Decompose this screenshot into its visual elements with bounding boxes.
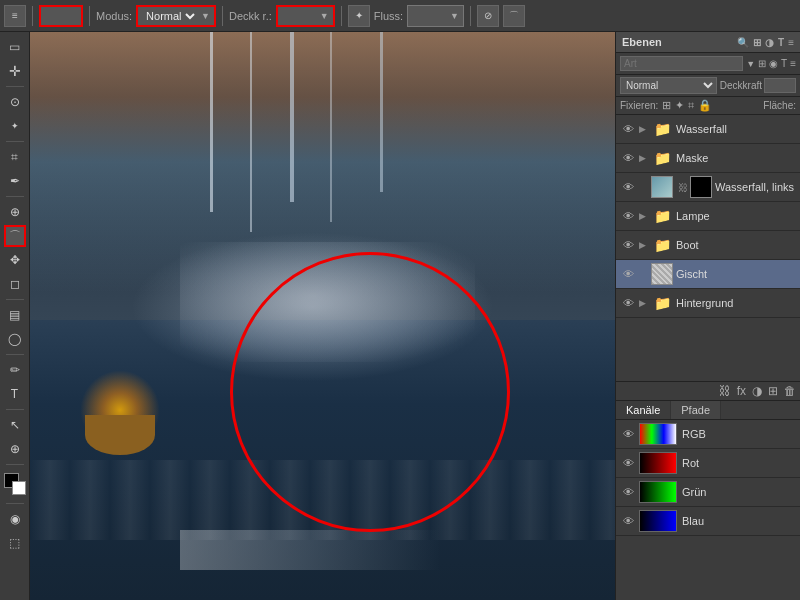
layers-opacity-input[interactable]: 100 % [764, 78, 796, 93]
canvas-area[interactable] [30, 32, 615, 600]
layer-item-wasserfall-links[interactable]: 👁 ⛓ Wasserfall, links [616, 173, 800, 202]
channel-blau[interactable]: 👁 Blau [616, 507, 800, 536]
brush-size-input[interactable]: 2163 [45, 10, 77, 22]
tool-eyedropper[interactable]: ✒ [4, 170, 26, 192]
tool-selection[interactable]: ▭ [4, 36, 26, 58]
channel-list: 👁 RGB 👁 Rot 👁 Grün 👁 [616, 420, 800, 600]
layer-vis-boot[interactable]: 👁 [620, 237, 636, 253]
layer-vis-hintergrund[interactable]: 👁 [620, 295, 636, 311]
expand-wasserfall[interactable]: ▶ [639, 124, 651, 134]
layer-item-wasserfall[interactable]: 👁 ▶ 📁 Wasserfall [616, 115, 800, 144]
layer-vis-wasserfall[interactable]: 👁 [620, 121, 636, 137]
tool-dodge[interactable]: ◯ [4, 328, 26, 350]
tool-quick-mask[interactable]: ◉ [4, 508, 26, 530]
layer-item-hintergrund[interactable]: 👁 ▶ 📁 Hintergrund [616, 289, 800, 318]
opacity-input[interactable]: 100% [282, 10, 318, 22]
lock-pixel-icon[interactable]: ⊞ [662, 99, 671, 112]
eye-icon-wasserfall: 👁 [623, 123, 634, 135]
tablet-pressure-icon[interactable]: ⊘ [477, 5, 499, 27]
expand-wl[interactable] [639, 182, 651, 192]
waterfall-streak-3 [290, 32, 294, 202]
tool-path-select[interactable]: ↖ [4, 414, 26, 436]
flow-input[interactable]: 100% [412, 10, 448, 22]
panel-icon-text[interactable]: T [778, 37, 784, 48]
layers-panel-title: Ebenen [622, 36, 662, 48]
tool-crop[interactable]: ⌗ [4, 146, 26, 168]
fx-icon[interactable]: fx [737, 384, 746, 398]
channel-thumb-rot [639, 452, 677, 474]
channel-name-rgb: RGB [682, 428, 706, 440]
expand-lampe[interactable]: ▶ [639, 211, 651, 221]
expand-maske[interactable]: ▶ [639, 153, 651, 163]
channel-gruen[interactable]: 👁 Grün [616, 478, 800, 507]
layers-search-input[interactable] [620, 56, 743, 71]
eye-icon-gruen: 👁 [623, 486, 634, 498]
eye-icon-gischt: 👁 [623, 268, 634, 280]
tool-spot-heal[interactable]: ⊕ [4, 201, 26, 223]
new-fill-icon[interactable]: ◑ [752, 384, 762, 398]
opacity-arrow[interactable]: ▼ [320, 11, 329, 21]
panel-icon-shape[interactable]: ≡ [788, 37, 794, 48]
airbrush-icon[interactable]: ✦ [348, 5, 370, 27]
tool-gradient[interactable]: ▤ [4, 304, 26, 326]
tool-move[interactable]: ✛ [4, 60, 26, 82]
layer-vis-gischt[interactable]: 👁 [620, 266, 636, 282]
tool-eraser[interactable]: ◻ [4, 273, 26, 295]
layer-name-lampe: Lampe [676, 210, 796, 222]
tool-brush[interactable]: ⌒ [4, 225, 26, 247]
panel-icon-new[interactable]: ⊞ [753, 37, 761, 48]
color-swatches[interactable] [4, 473, 26, 499]
expand-boot[interactable]: ▶ [639, 240, 651, 250]
panel-icon-search[interactable]: 🔍 [737, 37, 749, 48]
lock-artboard-icon[interactable]: ⌗ [688, 99, 694, 112]
mode-dropdown[interactable]: Normal ▼ [136, 5, 216, 27]
layer-vis-maske[interactable]: 👁 [620, 150, 636, 166]
boat-shape [85, 415, 155, 455]
panel-icon-adjust[interactable]: ◑ [765, 37, 774, 48]
menu-icon[interactable]: ≡ [4, 5, 26, 27]
layer-options-icon[interactable]: ⊞ [758, 58, 766, 69]
waterfall-streak-2 [250, 32, 252, 232]
layer-vis-wl[interactable]: 👁 [620, 179, 636, 195]
layer-vis-lampe[interactable]: 👁 [620, 208, 636, 224]
tool-screen-mode[interactable]: ⬚ [4, 532, 26, 554]
layer-item-gischt[interactable]: 👁 Gischt [616, 260, 800, 289]
waterfall-streak-4 [330, 32, 332, 222]
delete-layer-icon[interactable]: 🗑 [784, 384, 796, 398]
tool-type[interactable]: T [4, 383, 26, 405]
tab-kanaele[interactable]: Kanäle [616, 401, 671, 419]
tool-zoom[interactable]: ⊕ [4, 438, 26, 460]
tool-lasso[interactable]: ⊙ [4, 91, 26, 113]
expand-gischt[interactable] [639, 269, 651, 279]
channel-vis-blau[interactable]: 👁 [620, 513, 636, 529]
tool-pen[interactable]: ✏ [4, 359, 26, 381]
flow-arrow[interactable]: ▼ [450, 11, 459, 21]
layer-item-maske[interactable]: 👁 ▶ 📁 Maske [616, 144, 800, 173]
link-icon[interactable]: ⛓ [719, 384, 731, 398]
lock-position-icon[interactable]: ✦ [675, 99, 684, 112]
eye-icon-maske: 👁 [623, 152, 634, 164]
tool-magic-wand[interactable]: ✦ [4, 115, 26, 137]
layer-effect-icon[interactable]: ≡ [790, 58, 796, 69]
channel-vis-rot[interactable]: 👁 [620, 455, 636, 471]
new-layer-bottom-icon[interactable]: ⊞ [768, 384, 778, 398]
expand-hintergrund[interactable]: ▶ [639, 298, 651, 308]
layers-mode-select[interactable]: Normal [620, 77, 717, 94]
tab-pfade[interactable]: Pfade [671, 401, 721, 419]
tool-clone-stamp[interactable]: ✥ [4, 249, 26, 271]
search-dropdown-arrow[interactable]: ▼ [746, 59, 755, 69]
channel-rot[interactable]: 👁 Rot [616, 449, 800, 478]
mode-select[interactable]: Normal [142, 9, 198, 23]
background-color[interactable] [12, 481, 26, 495]
channel-vis-gruen[interactable]: 👁 [620, 484, 636, 500]
layer-type-icon[interactable]: T [781, 58, 787, 69]
layer-channel-icon[interactable]: ◉ [769, 58, 778, 69]
layer-item-lampe[interactable]: 👁 ▶ 📁 Lampe [616, 202, 800, 231]
channel-vis-rgb[interactable]: 👁 [620, 426, 636, 442]
layers-panel: Ebenen 🔍 ⊞ ◑ T ≡ ▼ ⊞ ◉ T ≡ [616, 32, 800, 400]
channel-rgb[interactable]: 👁 RGB [616, 420, 800, 449]
smoothing-icon[interactable]: ⌒ [503, 5, 525, 27]
channel-thumb-blau [639, 510, 677, 532]
layer-item-boot[interactable]: 👁 ▶ 📁 Boot [616, 231, 800, 260]
lock-all-icon[interactable]: 🔒 [698, 99, 712, 112]
